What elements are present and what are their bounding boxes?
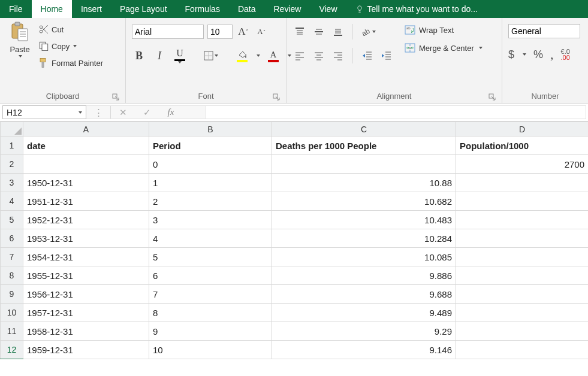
paste-button[interactable]	[9, 22, 31, 44]
align-left-button[interactable]	[293, 48, 307, 63]
row-header[interactable]: 9	[1, 285, 23, 304]
cell-A7[interactable]: 1954-12-31	[23, 248, 149, 266]
row-header[interactable]: 12	[1, 341, 23, 359]
cell-D1[interactable]: Population/1000	[456, 137, 589, 155]
col-header-B[interactable]: B	[149, 122, 272, 137]
bold-button[interactable]: B	[132, 48, 146, 63]
merge-center-button[interactable]: a Merge & Center	[405, 43, 483, 53]
cell-C1[interactable]: Deaths per 1000 People	[272, 137, 456, 155]
cell-D5[interactable]	[456, 211, 589, 229]
underline-button[interactable]: U	[173, 48, 187, 63]
alignment-launcher-icon[interactable]	[489, 93, 496, 101]
cell-A2[interactable]	[23, 155, 149, 174]
cell-B10[interactable]: 8	[149, 304, 272, 322]
accept-formula-button[interactable]: ✓	[135, 107, 159, 118]
tab-formulas[interactable]: Formulas	[176, 0, 229, 18]
cell-C6[interactable]: 10.284	[272, 229, 456, 248]
font-name-select[interactable]	[132, 25, 204, 39]
borders-button[interactable]	[204, 48, 218, 63]
col-header-D[interactable]: D	[456, 122, 589, 137]
cell-A1[interactable]: date	[23, 137, 149, 155]
format-painter-button[interactable]: Format Painter	[38, 57, 103, 68]
cell-C2[interactable]	[272, 155, 456, 174]
select-all-corner[interactable]	[1, 122, 23, 137]
cell-A9[interactable]: 1956-12-31	[23, 285, 149, 304]
cell-A11[interactable]: 1958-12-31	[23, 322, 149, 341]
cell-D9[interactable]	[456, 285, 589, 304]
italic-button[interactable]: I	[152, 48, 167, 63]
cell-D4[interactable]	[456, 192, 589, 211]
cell-B8[interactable]: 6	[149, 266, 272, 285]
orientation-button[interactable]: ab	[360, 24, 376, 40]
cell-A10[interactable]: 1957-12-31	[23, 304, 149, 322]
cell-B4[interactable]: 2	[149, 192, 272, 211]
cell-C9[interactable]: 9.688	[272, 285, 456, 304]
tab-file[interactable]: File	[0, 0, 32, 18]
align-center-button[interactable]	[312, 48, 326, 63]
align-top-button[interactable]	[293, 24, 307, 40]
tab-page-layout[interactable]: Page Layout	[111, 0, 176, 18]
cell-A6[interactable]: 1953-12-31	[23, 229, 149, 248]
tab-home[interactable]: Home	[32, 0, 72, 18]
cell-D11[interactable]	[456, 322, 589, 341]
fx-icon[interactable]: fx	[159, 107, 183, 117]
row-header[interactable]: 10	[1, 304, 23, 322]
cancel-formula-button[interactable]: ✕	[111, 107, 135, 118]
comma-button[interactable]: ,	[550, 47, 554, 62]
cell-B7[interactable]: 5	[149, 248, 272, 266]
currency-button[interactable]: $	[508, 48, 514, 61]
increase-font-button[interactable]: A˄	[236, 24, 251, 40]
cell-D12[interactable]	[456, 341, 589, 359]
row-header[interactable]: 5	[1, 211, 23, 229]
cell-D8[interactable]	[456, 266, 589, 285]
cell-A3[interactable]: 1950-12-31	[23, 174, 149, 192]
row-header[interactable]: 6	[1, 229, 23, 248]
align-bottom-button[interactable]	[331, 24, 345, 40]
tell-me-search[interactable]: Tell me what you want to do...	[346, 0, 589, 18]
cell-A8[interactable]: 1955-12-31	[23, 266, 149, 285]
currency-dropdown-icon[interactable]	[523, 53, 526, 56]
row-header[interactable]: 4	[1, 192, 23, 211]
clipboard-launcher-icon[interactable]	[112, 93, 119, 101]
row-header[interactable]: 11	[1, 322, 23, 341]
cell-D2[interactable]: 2700	[456, 155, 589, 174]
tab-data[interactable]: Data	[229, 0, 265, 18]
number-format-select[interactable]	[508, 24, 580, 38]
row-header[interactable]: 8	[1, 266, 23, 285]
align-middle-button[interactable]	[312, 24, 326, 40]
row-header[interactable]: 2	[1, 155, 23, 174]
name-box[interactable]: H12	[2, 105, 86, 119]
cell-C12[interactable]: 9.146	[272, 341, 456, 359]
cell-B3[interactable]: 1	[149, 174, 272, 192]
cell-A12[interactable]: 1959-12-31	[23, 341, 149, 359]
paste-dropdown-icon[interactable]	[19, 55, 22, 57]
tab-view[interactable]: View	[310, 0, 346, 18]
increase-decimal-button[interactable]: €.0.00	[561, 48, 570, 60]
percent-button[interactable]: %	[533, 48, 543, 61]
col-header-A[interactable]: A	[23, 122, 149, 137]
cell-B5[interactable]: 3	[149, 211, 272, 229]
font-size-select[interactable]	[207, 25, 233, 39]
cell-B11[interactable]: 9	[149, 322, 272, 341]
tab-review[interactable]: Review	[265, 0, 310, 18]
cell-D3[interactable]	[456, 174, 589, 192]
copy-dropdown-icon[interactable]	[73, 45, 77, 47]
cell-B6[interactable]: 4	[149, 229, 272, 248]
decrease-indent-button[interactable]	[360, 48, 375, 63]
cut-button[interactable]: Cut	[38, 24, 103, 35]
cell-A4[interactable]: 1951-12-31	[23, 192, 149, 211]
cell-B1[interactable]: Period	[149, 137, 272, 155]
font-launcher-icon[interactable]	[273, 93, 280, 101]
row-header[interactable]: 3	[1, 174, 23, 192]
decrease-font-button[interactable]: A˅	[254, 24, 269, 40]
align-right-button[interactable]	[331, 48, 345, 63]
increase-indent-button[interactable]	[379, 48, 394, 63]
fill-color-dropdown-icon[interactable]	[257, 54, 260, 57]
cell-C8[interactable]: 9.886	[272, 266, 456, 285]
cell-C4[interactable]: 10.682	[272, 192, 456, 211]
cell-D7[interactable]	[456, 248, 589, 266]
tab-insert[interactable]: Insert	[72, 0, 111, 18]
cell-B2[interactable]: 0	[149, 155, 272, 174]
row-header[interactable]: 7	[1, 248, 23, 266]
col-header-C[interactable]: C	[272, 122, 456, 137]
